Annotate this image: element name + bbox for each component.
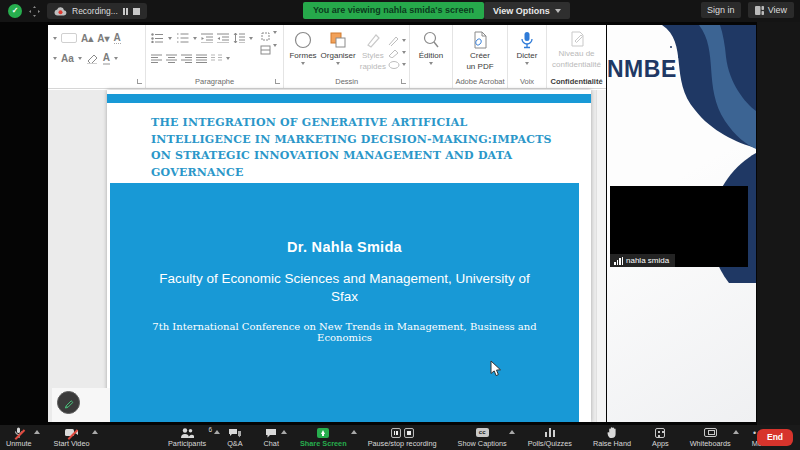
raise-hand-icon	[607, 427, 617, 438]
whiteboard-icon	[704, 427, 717, 438]
unmute-button[interactable]: Unmute	[6, 425, 32, 450]
font-size-box[interactable]	[61, 33, 77, 43]
dropdown-caret-icon[interactable]	[402, 51, 406, 54]
raise-hand-button[interactable]: Raise Hand	[593, 425, 631, 450]
vertical-scrollbar[interactable]	[596, 90, 606, 422]
participants-chevron-icon[interactable]	[214, 430, 220, 434]
dropdown-caret-icon[interactable]	[402, 39, 406, 42]
font-dialog-launcher-icon[interactable]	[137, 79, 142, 84]
change-case-icon[interactable]: Aa	[61, 53, 74, 64]
meeting-topbar: ✓ Recording... You are viewing nahla smi…	[0, 0, 800, 22]
formes-button[interactable]: Formes	[287, 28, 318, 75]
word-window: A▴ A▾ A Aa A	[48, 25, 606, 422]
qa-button[interactable]: Q&A	[227, 425, 242, 450]
ink-editor-icon[interactable]	[388, 48, 400, 58]
edition-button[interactable]: Édition	[413, 28, 449, 65]
whiteboards-button[interactable]: Whiteboards	[690, 425, 731, 450]
styles-rapides-button[interactable]: Styles rapides	[358, 28, 388, 75]
viewing-screen-banner: You are viewing nahla smida's screen	[303, 2, 484, 19]
move-handle-icon[interactable]	[29, 6, 40, 17]
paragraph-group-label: Paragraphe	[146, 77, 284, 86]
shared-screen-region: A▴ A▾ A Aa A	[0, 22, 757, 425]
show-captions-button[interactable]: cc Show Captions	[458, 425, 507, 450]
pause-recording-square-icon[interactable]	[391, 428, 401, 438]
security-shield-icon[interactable]: ✓	[8, 4, 22, 18]
ribbon-group-font: A▴ A▾ A Aa A	[48, 25, 146, 88]
dropdown-caret-icon[interactable]	[78, 57, 82, 60]
participants-icon	[180, 427, 194, 438]
connection-signal-icon	[614, 257, 623, 265]
pause-stop-recording-button[interactable]: Pause/stop recording	[368, 425, 437, 450]
ribbon-group-dessin: Formes Organiser Styles rapides	[284, 25, 410, 88]
share-options-chevron-icon[interactable]	[351, 430, 357, 434]
align-left-icon[interactable]	[151, 54, 162, 63]
bullet-list-icon[interactable]	[151, 33, 164, 43]
dropdown-caret-icon[interactable]	[273, 44, 277, 47]
zoom-app-window: ✓ Recording... You are viewing nahla smi…	[0, 0, 800, 450]
apps-button[interactable]: Apps	[652, 425, 669, 450]
recording-label: Recording...	[72, 6, 118, 16]
dropdown-caret-icon[interactable]	[226, 57, 230, 60]
speaker-affiliation: Faculty of Economic Sciences and Managem…	[152, 270, 537, 306]
dropdown-caret-icon[interactable]	[193, 37, 197, 40]
dropdown-caret-icon[interactable]	[168, 37, 172, 40]
dropdown-caret-icon[interactable]	[114, 57, 118, 60]
stop-recording-icon[interactable]	[133, 8, 140, 15]
sign-in-button[interactable]: Sign in	[701, 2, 741, 18]
pause-recording-icon[interactable]	[123, 8, 129, 15]
dropdown-caret-icon[interactable]	[249, 37, 253, 40]
participant-video-thumbnail[interactable]: nahla smida	[610, 186, 748, 267]
font-color-icon[interactable]: A	[103, 52, 110, 65]
increase-indent-icon[interactable]	[217, 33, 229, 43]
chat-chevron-icon[interactable]	[281, 430, 287, 434]
dropdown-caret-icon	[525, 62, 529, 65]
numbered-list-icon[interactable]	[176, 33, 189, 43]
dessin-dialog-launcher-icon[interactable]	[401, 79, 406, 84]
draw-pen-icon[interactable]	[388, 36, 400, 46]
align-right-icon[interactable]	[181, 54, 192, 63]
captions-chevron-icon[interactable]	[509, 430, 515, 434]
clear-formatting-icon[interactable]: A	[114, 32, 121, 44]
decrease-indent-icon[interactable]	[201, 33, 213, 43]
eraser-icon[interactable]	[388, 60, 400, 70]
dropdown-caret-icon[interactable]	[53, 57, 57, 60]
ribbon-group-acrobat: Créer un PDF Adobe Acrobat	[453, 25, 508, 88]
stop-recording-square-icon[interactable]	[404, 428, 414, 438]
niveau-confidentialite-button[interactable]: Niveau de confidentialité	[550, 28, 603, 69]
grow-font-icon[interactable]: A▴	[81, 33, 93, 44]
dropdown-caret-icon[interactable]	[402, 63, 406, 66]
view-layout-button[interactable]: View	[748, 2, 794, 18]
whiteboards-chevron-icon[interactable]	[733, 430, 739, 434]
creer-pdf-button[interactable]: Créer un PDF	[456, 28, 504, 71]
end-meeting-button[interactable]: End	[757, 429, 793, 446]
justify-icon[interactable]	[196, 54, 207, 63]
line-spacing-icon[interactable]	[233, 33, 245, 43]
draw-annotation-button[interactable]	[57, 391, 80, 414]
captions-icon: cc	[476, 427, 489, 438]
view-options-button[interactable]: View Options	[484, 2, 570, 19]
start-video-button[interactable]: Start Video	[54, 425, 90, 450]
audio-options-chevron-icon[interactable]	[34, 430, 40, 434]
qa-bubbles-icon	[228, 427, 241, 438]
shrink-font-icon[interactable]: A▾	[97, 33, 109, 44]
document-canvas: THE INTEGRATION OF GENERATIVE ARTIFICIAL…	[48, 90, 606, 422]
share-screen-button[interactable]: Share Screen	[300, 425, 347, 450]
align-center-icon[interactable]	[166, 54, 177, 63]
page-top-accent-bar	[107, 94, 591, 103]
dicter-button[interactable]: Dicter	[511, 28, 543, 65]
document-page[interactable]: THE INTEGRATION OF GENERATIVE ARTIFICIAL…	[107, 90, 591, 422]
sort-icon[interactable]	[260, 31, 271, 42]
organiser-button[interactable]: Organiser	[319, 28, 358, 75]
paragraph-dialog-launcher-icon[interactable]	[275, 79, 280, 84]
dropdown-caret-icon[interactable]	[53, 37, 57, 40]
dropdown-caret-icon[interactable]	[273, 31, 277, 34]
polls-quizzes-button[interactable]: Polls/Quizzes	[528, 425, 572, 450]
participants-button[interactable]: Participants 6	[168, 425, 206, 450]
chat-button[interactable]: Chat	[264, 425, 279, 450]
borders-icon[interactable]	[260, 44, 271, 55]
highlighter-icon[interactable]	[86, 53, 99, 64]
share-screen-icon	[317, 427, 329, 438]
columns-icon[interactable]	[211, 54, 222, 63]
video-options-chevron-icon[interactable]	[92, 430, 98, 434]
chat-bubble-icon	[265, 427, 277, 438]
